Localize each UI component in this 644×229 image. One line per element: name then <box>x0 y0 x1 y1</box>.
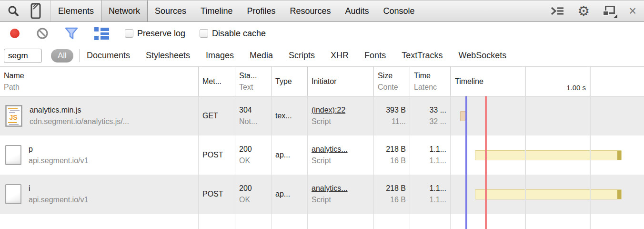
console-drawer-icon[interactable] <box>550 6 564 16</box>
filter-scripts[interactable]: Scripts <box>289 51 315 61</box>
record-button[interactable] <box>10 29 20 38</box>
size-cell: 393 B 11... <box>374 96 410 135</box>
header-time-label: Time <box>414 70 446 82</box>
filter-search-input[interactable] <box>4 49 42 63</box>
header-timeline-label: Timeline <box>455 67 483 96</box>
devtools-tabbar: Elements Network Sources Timeline Profil… <box>0 0 644 22</box>
inspect-search-icon[interactable] <box>8 5 19 17</box>
tabbar-right-icons: ⚙ × <box>550 0 644 21</box>
header-initiator-label: Initiator <box>312 76 370 87</box>
tab-audits[interactable]: Audits <box>338 0 376 21</box>
tab-network[interactable]: Network <box>101 0 148 21</box>
settings-gear-icon[interactable]: ⚙ <box>577 4 590 18</box>
time-cell: 33 ... 32 ... <box>410 96 451 135</box>
tab-console[interactable]: Console <box>376 0 422 21</box>
request-path: api.segment.io/v1 <box>29 194 88 206</box>
initiator-cell: (index):22 Script <box>308 96 374 135</box>
clear-icon[interactable] <box>36 27 49 40</box>
initiator-cell: analytics... Script <box>308 135 374 175</box>
tab-elements[interactable]: Elements <box>51 0 101 21</box>
waterfall-bar <box>475 189 622 199</box>
column-header-time[interactable]: Time Latenc <box>410 67 451 96</box>
disable-cache-label: Disable cache <box>212 29 266 39</box>
status-cell: 200 OK <box>235 135 272 175</box>
waterfall-bar <box>475 150 622 160</box>
header-method-label: Met... <box>202 76 231 87</box>
devtools-network-panel: Elements Network Sources Timeline Profil… <box>0 0 644 229</box>
table-filler-row <box>0 214 644 229</box>
column-header-name[interactable]: Name Path <box>0 67 199 96</box>
tabbar-left-icons <box>0 0 51 21</box>
timeline-cell <box>451 96 644 135</box>
filter-websockets[interactable]: WebSockets <box>458 51 506 61</box>
size-cell: 218 B 16 B <box>374 135 410 175</box>
column-header-type[interactable]: Type <box>272 67 308 96</box>
request-row-p[interactable]: p api.segment.io/v1 POST 200 OK ap... an… <box>0 135 644 175</box>
preserve-log-option: Preserve log <box>125 29 185 39</box>
filter-all-pill[interactable]: All <box>51 49 73 62</box>
filter-texttracks[interactable]: TextTracks <box>402 51 443 61</box>
column-header-initiator[interactable]: Initiator <box>308 67 374 96</box>
timeline-scale-label: 1.00 s <box>566 82 586 94</box>
preserve-log-label: Preserve log <box>137 29 185 39</box>
dock-side-icon[interactable] <box>603 6 616 17</box>
preserve-log-checkbox[interactable] <box>125 29 133 38</box>
header-status-label: Sta... <box>239 70 267 82</box>
tab-profiles[interactable]: Profiles <box>240 0 282 21</box>
initiator-link[interactable]: analytics... <box>312 144 370 155</box>
name-cell: JS analytics.min.js cdn.segment.io/analy… <box>0 96 199 135</box>
time-cell: 1.1... 1.1... <box>410 135 451 175</box>
method-cell: POST <box>199 135 235 175</box>
table-header-row: Name Path Met... Sta... Text Type Initia… <box>0 67 644 96</box>
file-icon <box>5 184 21 204</box>
header-name-label: Name <box>4 70 194 82</box>
js-file-icon: JS <box>5 105 22 127</box>
network-toolbar: Preserve log Disable cache <box>0 22 644 45</box>
column-header-method[interactable]: Met... <box>199 67 235 96</box>
filter-xhr[interactable]: XHR <box>331 51 349 61</box>
size-cell: 218 B 16 B <box>374 175 410 214</box>
filter-fonts[interactable]: Fonts <box>364 51 386 61</box>
disable-cache-option: Disable cache <box>200 29 266 39</box>
request-name: p <box>29 144 88 155</box>
filter-media[interactable]: Media <box>250 51 273 61</box>
column-header-timeline[interactable]: Timeline 1.00 s <box>451 67 644 96</box>
header-path-label: Path <box>4 82 194 93</box>
request-name: analytics.min.js <box>30 104 129 116</box>
request-path: cdn.segment.io/analytics.js/... <box>30 116 129 127</box>
filter-images[interactable]: Images <box>206 51 234 61</box>
request-path: api.segment.io/v1 <box>29 155 88 167</box>
filter-funnel-icon[interactable] <box>64 27 79 40</box>
network-filterbar: All Documents Stylesheets Images Media S… <box>0 45 644 67</box>
column-header-size[interactable]: Size Conte <box>374 67 410 96</box>
initiator-cell: analytics... Script <box>308 175 374 214</box>
type-cell: ap... <box>272 175 308 214</box>
initiator-link[interactable]: analytics... <box>312 183 370 194</box>
header-content-label: Conte <box>378 82 406 93</box>
status-cell: 304 Not... <box>235 96 272 135</box>
disable-cache-checkbox[interactable] <box>200 29 208 38</box>
timeline-cell <box>451 135 644 175</box>
bar-receiving-cap <box>617 190 621 199</box>
request-row-analytics[interactable]: JS analytics.min.js cdn.segment.io/analy… <box>0 96 644 135</box>
request-row-i[interactable]: i api.segment.io/v1 POST 200 OK ap... an… <box>0 175 644 214</box>
filter-documents[interactable]: Documents <box>87 51 130 61</box>
close-icon[interactable]: × <box>629 5 636 18</box>
file-icon <box>5 145 21 165</box>
dock-front-window <box>603 10 609 16</box>
column-header-status[interactable]: Sta... Text <box>235 67 272 96</box>
method-cell: GET <box>199 96 235 135</box>
header-text-label: Text <box>239 82 267 93</box>
tab-sources[interactable]: Sources <box>148 0 193 21</box>
request-name: i <box>29 183 88 194</box>
resource-rows-icon[interactable] <box>94 27 109 40</box>
tab-timeline[interactable]: Timeline <box>193 0 240 21</box>
method-cell: POST <box>199 175 235 214</box>
type-cell: ap... <box>272 135 308 175</box>
device-mode-icon[interactable] <box>30 3 42 19</box>
bar-receiving-cap <box>617 151 621 160</box>
filter-stylesheets[interactable]: Stylesheets <box>146 51 190 61</box>
tab-resources[interactable]: Resources <box>283 0 338 21</box>
type-cell: tex... <box>272 96 308 135</box>
initiator-link[interactable]: (index):22 <box>312 104 370 116</box>
